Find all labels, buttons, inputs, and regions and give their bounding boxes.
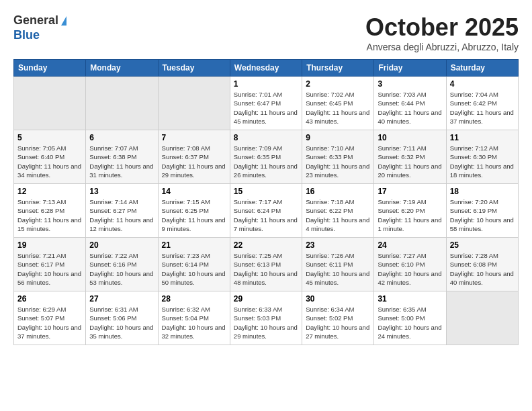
day-content: Sunrise: 6:35 AM Sunset: 5:00 PM Dayligh… (378, 305, 442, 340)
day-number: 23 (306, 240, 370, 250)
day-number: 16 (306, 187, 370, 196)
day-content: Sunrise: 7:19 AM Sunset: 6:20 PM Dayligh… (378, 197, 442, 233)
day-content: Sunrise: 7:26 AM Sunset: 6:11 PM Dayligh… (306, 251, 370, 287)
day-cell: 19Sunrise: 7:21 AM Sunset: 6:17 PM Dayli… (14, 238, 86, 291)
col-header-friday: Friday (374, 60, 446, 77)
day-cell (158, 77, 230, 130)
day-number: 7 (162, 133, 226, 142)
day-cell: 5Sunrise: 7:05 AM Sunset: 6:40 PM Daylig… (14, 130, 86, 184)
day-content: Sunrise: 7:25 AM Sunset: 6:13 PM Dayligh… (234, 251, 298, 287)
day-number: 20 (89, 240, 154, 250)
day-number: 29 (234, 294, 298, 304)
day-cell: 29Sunrise: 6:33 AM Sunset: 5:03 PM Dayli… (230, 291, 302, 345)
col-header-monday: Monday (86, 60, 158, 77)
day-cell: 8Sunrise: 7:09 AM Sunset: 6:35 PM Daylig… (230, 130, 302, 184)
day-content: Sunrise: 7:01 AM Sunset: 6:47 PM Dayligh… (234, 90, 298, 126)
day-number: 18 (450, 187, 515, 196)
day-content: Sunrise: 7:17 AM Sunset: 6:24 PM Dayligh… (234, 197, 298, 233)
day-number: 28 (162, 294, 226, 304)
week-row-5: 26Sunrise: 6:29 AM Sunset: 5:07 PM Dayli… (14, 291, 519, 345)
day-cell: 20Sunrise: 7:22 AM Sunset: 6:16 PM Dayli… (86, 238, 158, 291)
day-number: 1 (234, 79, 298, 89)
day-number: 9 (306, 133, 370, 142)
day-number: 21 (162, 240, 226, 250)
day-number: 26 (17, 294, 82, 304)
week-row-4: 19Sunrise: 7:21 AM Sunset: 6:17 PM Dayli… (14, 238, 519, 291)
day-number: 19 (17, 240, 82, 250)
day-cell (14, 77, 86, 130)
day-content: Sunrise: 7:10 AM Sunset: 6:33 PM Dayligh… (306, 144, 370, 179)
logo-blue-text: Blue (13, 28, 66, 43)
day-cell: 30Sunrise: 6:34 AM Sunset: 5:02 PM Dayli… (302, 291, 374, 345)
day-number: 24 (378, 240, 442, 250)
day-cell: 24Sunrise: 7:27 AM Sunset: 6:10 PM Dayli… (374, 238, 446, 291)
day-content: Sunrise: 6:31 AM Sunset: 5:06 PM Dayligh… (89, 305, 154, 340)
calendar-table: SundayMondayTuesdayWednesdayThursdayFrid… (13, 59, 519, 345)
day-content: Sunrise: 6:33 AM Sunset: 5:03 PM Dayligh… (234, 305, 298, 340)
day-number: 6 (89, 133, 154, 142)
col-header-saturday: Saturday (446, 60, 518, 77)
day-content: Sunrise: 7:21 AM Sunset: 6:17 PM Dayligh… (17, 251, 82, 287)
day-number: 8 (234, 133, 298, 142)
day-number: 3 (378, 79, 442, 89)
day-number: 11 (450, 133, 515, 142)
day-content: Sunrise: 7:15 AM Sunset: 6:25 PM Dayligh… (162, 197, 226, 233)
day-number: 14 (162, 187, 226, 196)
day-cell: 28Sunrise: 6:32 AM Sunset: 5:04 PM Dayli… (158, 291, 230, 345)
header-row: SundayMondayTuesdayWednesdayThursdayFrid… (14, 60, 519, 77)
page-header: General Blue October 2025 Anversa degli … (13, 13, 519, 52)
day-cell: 17Sunrise: 7:19 AM Sunset: 6:20 PM Dayli… (374, 184, 446, 238)
month-title: October 2025 (365, 13, 519, 42)
day-content: Sunrise: 6:34 AM Sunset: 5:02 PM Dayligh… (306, 305, 370, 340)
day-number: 4 (450, 79, 515, 89)
week-row-1: 1Sunrise: 7:01 AM Sunset: 6:47 PM Daylig… (14, 77, 519, 130)
day-content: Sunrise: 7:27 AM Sunset: 6:10 PM Dayligh… (378, 251, 442, 287)
day-number: 13 (89, 187, 154, 196)
day-cell: 31Sunrise: 6:35 AM Sunset: 5:00 PM Dayli… (374, 291, 446, 345)
day-cell: 13Sunrise: 7:14 AM Sunset: 6:27 PM Dayli… (86, 184, 158, 238)
day-number: 15 (234, 187, 298, 196)
day-cell: 18Sunrise: 7:20 AM Sunset: 6:19 PM Dayli… (446, 184, 518, 238)
day-number: 27 (89, 294, 154, 304)
day-number: 30 (306, 294, 370, 304)
col-header-wednesday: Wednesday (230, 60, 302, 77)
day-content: Sunrise: 7:11 AM Sunset: 6:32 PM Dayligh… (378, 144, 442, 179)
day-content: Sunrise: 7:03 AM Sunset: 6:44 PM Dayligh… (378, 90, 442, 126)
day-cell: 6Sunrise: 7:07 AM Sunset: 6:38 PM Daylig… (86, 130, 158, 184)
title-block: October 2025 Anversa degli Abruzzi, Abru… (365, 13, 519, 52)
logo-icon (61, 16, 66, 26)
day-content: Sunrise: 7:04 AM Sunset: 6:42 PM Dayligh… (450, 90, 515, 126)
day-number: 17 (378, 187, 442, 196)
col-header-thursday: Thursday (302, 60, 374, 77)
col-header-tuesday: Tuesday (158, 60, 230, 77)
day-cell: 1Sunrise: 7:01 AM Sunset: 6:47 PM Daylig… (230, 77, 302, 130)
day-number: 31 (378, 294, 442, 304)
day-cell: 15Sunrise: 7:17 AM Sunset: 6:24 PM Dayli… (230, 184, 302, 238)
day-content: Sunrise: 7:14 AM Sunset: 6:27 PM Dayligh… (89, 197, 154, 233)
day-cell: 12Sunrise: 7:13 AM Sunset: 6:28 PM Dayli… (14, 184, 86, 238)
day-content: Sunrise: 7:12 AM Sunset: 6:30 PM Dayligh… (450, 144, 515, 179)
day-number: 25 (450, 240, 515, 250)
day-cell: 10Sunrise: 7:11 AM Sunset: 6:32 PM Dayli… (374, 130, 446, 184)
day-content: Sunrise: 7:05 AM Sunset: 6:40 PM Dayligh… (17, 144, 82, 179)
day-cell: 7Sunrise: 7:08 AM Sunset: 6:37 PM Daylig… (158, 130, 230, 184)
day-cell: 22Sunrise: 7:25 AM Sunset: 6:13 PM Dayli… (230, 238, 302, 291)
col-header-sunday: Sunday (14, 60, 86, 77)
logo: General Blue (13, 13, 66, 42)
day-cell (86, 77, 158, 130)
day-content: Sunrise: 7:28 AM Sunset: 6:08 PM Dayligh… (450, 251, 515, 287)
day-cell: 25Sunrise: 7:28 AM Sunset: 6:08 PM Dayli… (446, 238, 518, 291)
day-cell: 11Sunrise: 7:12 AM Sunset: 6:30 PM Dayli… (446, 130, 518, 184)
day-content: Sunrise: 7:18 AM Sunset: 6:22 PM Dayligh… (306, 197, 370, 233)
day-cell: 27Sunrise: 6:31 AM Sunset: 5:06 PM Dayli… (86, 291, 158, 345)
day-cell: 14Sunrise: 7:15 AM Sunset: 6:25 PM Dayli… (158, 184, 230, 238)
day-number: 10 (378, 133, 442, 142)
day-cell: 9Sunrise: 7:10 AM Sunset: 6:33 PM Daylig… (302, 130, 374, 184)
week-row-2: 5Sunrise: 7:05 AM Sunset: 6:40 PM Daylig… (14, 130, 519, 184)
day-content: Sunrise: 7:23 AM Sunset: 6:14 PM Dayligh… (162, 251, 226, 287)
day-content: Sunrise: 7:08 AM Sunset: 6:37 PM Dayligh… (162, 144, 226, 179)
week-row-3: 12Sunrise: 7:13 AM Sunset: 6:28 PM Dayli… (14, 184, 519, 238)
day-cell: 2Sunrise: 7:02 AM Sunset: 6:45 PM Daylig… (302, 77, 374, 130)
day-cell: 23Sunrise: 7:26 AM Sunset: 6:11 PM Dayli… (302, 238, 374, 291)
day-content: Sunrise: 7:09 AM Sunset: 6:35 PM Dayligh… (234, 144, 298, 179)
